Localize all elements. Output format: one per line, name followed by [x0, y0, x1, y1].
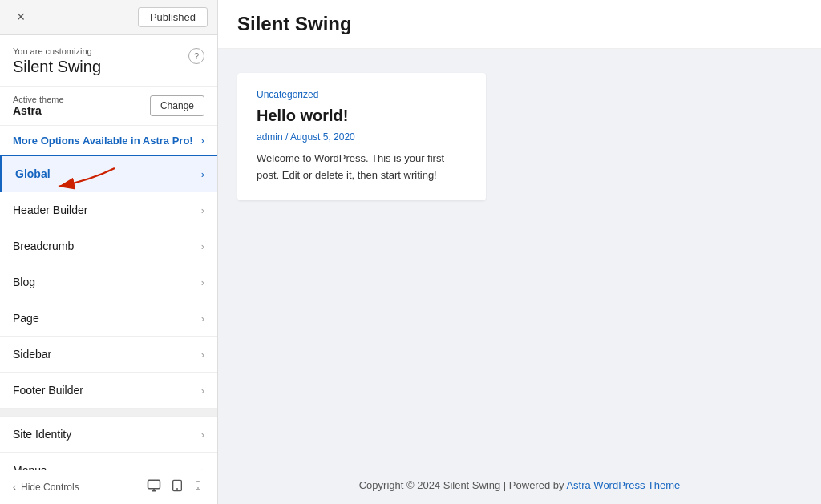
- sidebar-item-blog-label: Blog: [13, 276, 35, 288]
- change-theme-button[interactable]: Change: [150, 95, 204, 116]
- sidebar-item-blog[interactable]: Blog ›: [0, 264, 217, 300]
- active-theme-bar: Active theme Astra Change: [0, 87, 217, 126]
- chevron-right-icon: ›: [201, 385, 204, 397]
- chevron-right-icon: ›: [200, 134, 204, 147]
- active-theme-label: Active theme: [13, 95, 64, 104]
- menu-divider: [0, 409, 217, 417]
- post-title: Hello world!: [257, 107, 467, 125]
- customizer-sidebar: × Published You are customizing Silent S…: [0, 0, 218, 504]
- sidebar-item-global-label: Global: [15, 167, 51, 180]
- sidebar-item-breadcrumb-label: Breadcrumb: [13, 240, 74, 252]
- desktop-view-button[interactable]: [145, 477, 163, 498]
- sidebar-item-footer-builder[interactable]: Footer Builder ›: [0, 373, 217, 409]
- close-button[interactable]: ×: [10, 6, 32, 29]
- sidebar-item-page-label: Page: [13, 312, 39, 325]
- annotation-arrow: [51, 164, 123, 196]
- astra-pro-banner[interactable]: More Options Available in Astra Pro! ›: [0, 126, 217, 156]
- sidebar-item-breadcrumb[interactable]: Breadcrumb ›: [0, 228, 217, 264]
- footer-link[interactable]: Astra WordPress Theme: [566, 479, 680, 491]
- post-card: Uncategorized Hello world! admin / Augus…: [237, 73, 486, 200]
- customizing-label: You are customizing: [13, 46, 101, 56]
- menu-items-list: Global › Header Builder › Breadcrumb › B…: [0, 156, 217, 470]
- sidebar-topbar: × Published: [0, 0, 217, 35]
- sidebar-item-sidebar-label: Sidebar: [13, 348, 51, 361]
- sidebar-item-page[interactable]: Page ›: [0, 300, 217, 337]
- post-category: Uncategorized: [257, 89, 467, 100]
- sidebar-item-header-builder[interactable]: Header Builder ›: [0, 192, 217, 228]
- chevron-right-icon: ›: [201, 465, 204, 470]
- tablet-view-button[interactable]: [169, 477, 185, 498]
- preview-area: Silent Swing Uncategorized Hello world! …: [218, 0, 821, 504]
- chevron-left-icon: ‹: [13, 482, 16, 493]
- chevron-right-icon: ›: [201, 312, 204, 325]
- active-theme-name: Astra: [13, 104, 64, 117]
- svg-rect-1: [148, 480, 160, 489]
- sidebar-item-site-identity-label: Site Identity: [13, 428, 71, 441]
- chevron-right-icon: ›: [201, 168, 204, 180]
- sidebar-item-menus[interactable]: Menus ›: [0, 453, 217, 470]
- chevron-right-icon: ›: [201, 349, 204, 361]
- sidebar-item-header-builder-label: Header Builder: [13, 204, 87, 216]
- astra-pro-text: More Options Available in Astra Pro!: [13, 135, 193, 147]
- preview-footer: Copyright © 2024 Silent Swing | Powered …: [218, 466, 821, 504]
- sidebar-item-sidebar[interactable]: Sidebar ›: [0, 337, 217, 373]
- sidebar-item-footer-builder-label: Footer Builder: [13, 384, 83, 397]
- close-icon: ×: [17, 9, 26, 26]
- chevron-right-icon: ›: [201, 429, 204, 441]
- sidebar-item-site-identity[interactable]: Site Identity ›: [0, 417, 217, 453]
- view-icons-group: [145, 477, 204, 498]
- chevron-right-icon: ›: [201, 204, 204, 216]
- preview-site-title: Silent Swing: [237, 13, 802, 35]
- hide-controls-button[interactable]: ‹ Hide Controls: [13, 482, 79, 493]
- sidebar-item-global[interactable]: Global ›: [0, 156, 217, 192]
- bottom-controls: ‹ Hide Controls: [0, 470, 217, 504]
- preview-content: Uncategorized Hello world! admin / Augus…: [218, 49, 821, 466]
- chevron-right-icon: ›: [201, 240, 204, 252]
- customizing-title: Silent Swing: [13, 58, 101, 76]
- post-excerpt: Welcome to WordPress. This is your first…: [257, 151, 467, 184]
- customizing-header: You are customizing Silent Swing ?: [0, 35, 217, 87]
- chevron-right-icon: ›: [201, 276, 204, 288]
- post-meta: admin / August 5, 2020: [257, 131, 467, 143]
- published-button[interactable]: Published: [138, 7, 208, 27]
- sidebar-item-menus-label: Menus: [13, 464, 47, 470]
- preview-header: Silent Swing: [218, 0, 821, 49]
- help-icon[interactable]: ?: [188, 48, 204, 64]
- footer-text: Copyright © 2024 Silent Swing | Powered …: [359, 479, 567, 491]
- hide-controls-label: Hide Controls: [21, 482, 79, 493]
- mobile-view-button[interactable]: [192, 477, 204, 498]
